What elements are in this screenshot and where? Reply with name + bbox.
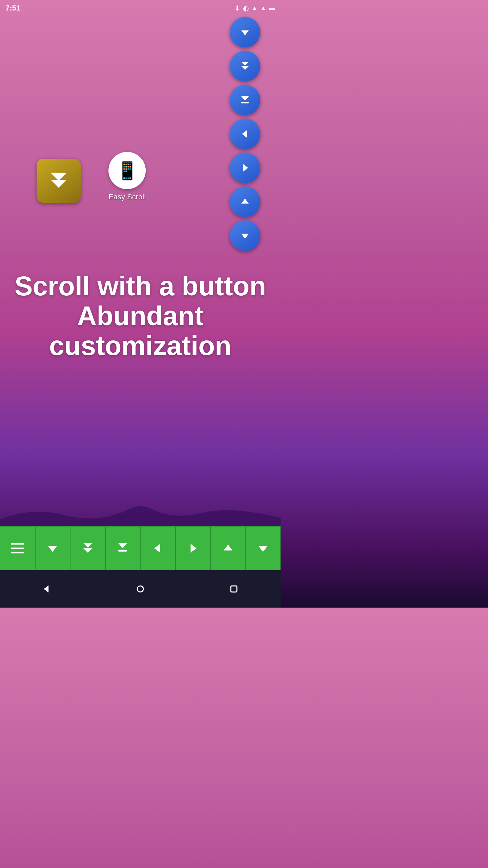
svg-marker-3	[241, 96, 249, 101]
toolbar-scroll-end-button[interactable]	[105, 526, 141, 570]
svg-marker-10	[51, 180, 67, 188]
heading-line3: customization	[49, 331, 231, 361]
nav-home-button[interactable]	[128, 577, 152, 601]
svg-marker-16	[83, 548, 92, 553]
app-icon[interactable]: 📱	[108, 152, 146, 189]
status-bar: 7:51 ⬇ ◐ ▲ ▲ ▬	[0, 0, 281, 16]
status-icons: ⬇ ◐ ▲ ▲ ▬	[235, 4, 275, 12]
bottom-toolbar	[0, 526, 281, 570]
svg-marker-15	[83, 543, 92, 548]
app-icon-graphic: 📱	[116, 160, 138, 181]
nav-back-button[interactable]	[35, 577, 59, 601]
svg-marker-20	[191, 544, 197, 553]
main-text-block: Scroll with a button Abundant customizat…	[0, 271, 281, 361]
signal-icon: ▲	[260, 5, 266, 12]
scroll-left-button[interactable]	[230, 119, 260, 149]
toolbar-scroll-down-button[interactable]	[35, 526, 70, 570]
nav-bar	[0, 570, 281, 608]
svg-marker-8	[241, 234, 249, 239]
svg-rect-25	[231, 586, 237, 592]
svg-marker-22	[259, 546, 267, 552]
svg-point-24	[137, 586, 143, 592]
scroll-up-button[interactable]	[230, 186, 260, 217]
wifi-icon: ▲	[251, 5, 258, 12]
svg-rect-4	[241, 102, 249, 104]
toolbar-scroll-down-double-button[interactable]	[70, 526, 105, 570]
svg-marker-19	[154, 544, 160, 553]
svg-marker-0	[241, 31, 249, 36]
svg-marker-23	[44, 586, 48, 592]
scroll-down-single-button[interactable]	[230, 17, 260, 47]
svg-marker-14	[48, 546, 57, 552]
app-label: Easy Scroll	[108, 193, 146, 201]
svg-marker-7	[241, 199, 249, 204]
toolbar-scroll-up-button[interactable]	[210, 526, 246, 570]
toolbar-menu-button[interactable]	[0, 526, 35, 570]
gold-scroll-button[interactable]	[37, 159, 81, 203]
toolbar-scroll-right-button[interactable]	[176, 526, 211, 570]
svg-marker-6	[243, 164, 248, 172]
toolbar-scroll-left-button[interactable]	[140, 526, 176, 570]
profile-icon: ◐	[243, 4, 249, 12]
toolbar-scroll-down-last-button[interactable]	[246, 526, 281, 570]
notification-icon: ⬇	[235, 4, 240, 12]
svg-marker-2	[241, 66, 249, 70]
svg-marker-9	[51, 173, 67, 181]
svg-rect-12	[11, 548, 24, 549]
nav-recents-button[interactable]	[222, 577, 246, 601]
battery-icon: ▬	[269, 5, 275, 12]
heading-line1: Scroll with a button	[15, 271, 266, 301]
mountain-silhouette	[0, 499, 281, 526]
svg-marker-5	[242, 130, 247, 138]
scroll-right-button[interactable]	[230, 153, 260, 183]
main-heading: Scroll with a button Abundant customizat…	[10, 271, 270, 361]
app-icon-container: 📱 Easy Scroll	[108, 152, 146, 201]
scroll-down-double-button[interactable]	[230, 51, 260, 81]
scroll-down-bottom-button[interactable]	[230, 220, 260, 251]
status-time: 7:51	[5, 4, 235, 13]
svg-marker-17	[118, 543, 127, 548]
svg-rect-13	[11, 552, 24, 553]
blue-buttons-column	[230, 17, 260, 251]
svg-marker-1	[241, 62, 249, 65]
scroll-end-button[interactable]	[230, 85, 260, 115]
heading-line2: Abundant	[77, 301, 203, 331]
svg-marker-21	[224, 545, 232, 550]
svg-rect-11	[11, 543, 24, 545]
svg-rect-18	[118, 550, 127, 551]
